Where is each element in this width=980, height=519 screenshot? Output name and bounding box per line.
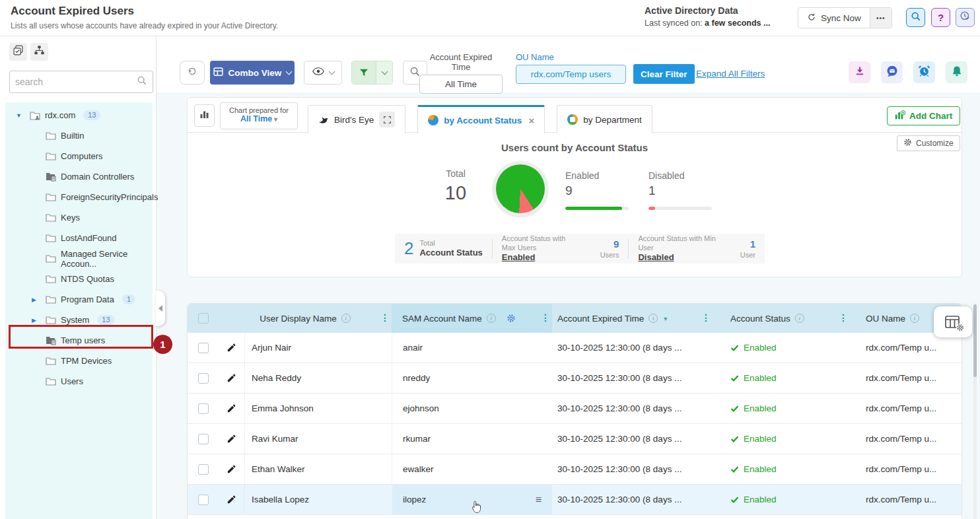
filter-dropdown-chevron[interactable] [376,61,392,84]
row-checkbox[interactable] [198,343,209,353]
header-select-cell [188,304,219,333]
row-checkbox[interactable] [198,373,209,384]
edit-icon[interactable] [227,495,236,504]
scheduled-tasks-button[interactable] [956,8,975,27]
chart-tab-icon [428,115,438,125]
tree-item[interactable]: ▶ System 13 [5,310,153,330]
edit-icon[interactable] [227,464,236,474]
column-label: Account Status [730,314,790,324]
tree-item[interactable]: TPM Devices [5,351,153,371]
table-scrollbar[interactable] [973,303,977,519]
scrollbar-thumb[interactable] [973,304,977,377]
folder-icon [46,336,57,345]
column-header[interactable]: SAM Account Name [392,304,552,333]
table-row[interactable]: Ethan Walker ewalker 30-10-2025 12:30:00… [188,454,962,485]
user-display-name-cell: Ethan Walker [245,454,392,484]
column-header[interactable]: Account Status [713,304,850,333]
tree-item[interactable]: Users [5,371,153,392]
more-options-button[interactable] [870,8,892,28]
combo-view-dropdown[interactable]: Combo View [210,61,295,85]
page-title: Account Expired Users [11,5,134,18]
sync-now-button[interactable]: Sync Now [798,8,870,28]
tree-item[interactable]: Keys [5,207,153,228]
feedback-chat-button[interactable] [881,61,903,83]
tree-item-label: Temp users [61,335,105,345]
column-menu-icon[interactable] [839,312,848,323]
tree-expand-arrow[interactable]: ▶ [32,317,42,324]
tree-item[interactable]: Builtin [5,125,153,146]
alerts-button[interactable] [913,61,935,83]
edit-icon[interactable] [227,373,236,383]
tree-expand-arrow[interactable]: ▶ [32,296,42,303]
row-edit-cell [219,454,245,484]
question-icon: ? [938,12,944,23]
global-search-button[interactable] [906,8,925,27]
sort-chevron-icon[interactable] [664,315,667,322]
table-header: User Display Name SAM Account Name [188,304,962,333]
select-all-checkbox[interactable] [198,313,209,324]
filter-icon[interactable] [352,61,376,84]
column-menu-icon[interactable] [701,312,711,323]
tree-item[interactable]: Managed Service Accoun... [5,248,153,269]
column-header[interactable]: User Display Name [219,304,392,333]
edit-icon[interactable] [227,403,236,413]
annotation-step-badge: 1 [153,335,172,354]
tree-item[interactable]: Domain Controllers [5,166,153,187]
row-checkbox[interactable] [198,403,209,414]
add-chart-button[interactable]: Add Chart [887,106,960,125]
row-checkbox[interactable] [198,495,209,505]
expand-icon[interactable] [379,112,395,127]
row-checkbox[interactable] [198,464,209,475]
export-download-button[interactable] [849,61,870,83]
pie-chart[interactable] [496,164,545,213]
row-select-cell [188,394,219,423]
row-checkbox[interactable] [198,434,209,444]
reset-view-button[interactable] [180,61,205,85]
tree-item[interactable]: LostAndFound [5,228,153,248]
tree-item[interactable]: NTDS Quotas [5,269,153,289]
table-row[interactable]: Isabella Lopez ilopez 30-10-2025 12:30:0… [188,485,962,515]
legend-bar-fill [648,207,655,210]
tree-item[interactable]: ▼ rdx.com 13 [5,105,153,125]
tree-item[interactable]: Computers [5,146,153,166]
clear-filter-button[interactable]: Clear Filter [633,64,695,84]
edit-icon[interactable] [227,343,236,353]
chart-tab[interactable]: by Account Status [417,105,545,133]
tree-expand-arrow[interactable]: ▼ [16,112,26,119]
min-status-link[interactable]: Disabled [638,252,720,263]
customize-button[interactable]: Customize [897,135,960,151]
column-menu-icon[interactable] [380,312,390,323]
time-filter-field[interactable]: All Time [419,75,503,94]
column-settings-button[interactable] [934,306,972,337]
column-menu-icon[interactable] [541,312,550,323]
help-button[interactable]: ? [931,8,950,27]
ou-filter-field[interactable]: rdx.com/Temp users [516,65,626,84]
table-row[interactable]: Emma Johnson ejohnson 30-10-2025 12:30:0… [188,394,962,424]
chart-tab[interactable]: by Department [557,105,652,133]
table-row[interactable]: Neha Reddy nreddy 30-10-2025 12:30:00 (8… [188,363,962,394]
notifications-button[interactable] [946,61,967,83]
visibility-dropdown[interactable] [304,61,342,85]
close-icon[interactable] [528,115,534,126]
table-row[interactable]: Ravi Kumar rkumar 30-10-2025 12:30:00 (8… [188,424,962,454]
sidebar-search-input[interactable] [15,77,137,87]
column-header[interactable]: Account Expired Time [552,304,713,333]
filter-split-button[interactable] [351,61,393,85]
edit-icon[interactable] [227,434,236,444]
max-status-link[interactable]: Enabled [502,252,580,263]
drag-handle-icon[interactable] [536,494,542,506]
tree-view-tool-button[interactable] [30,43,48,61]
tree-item[interactable]: Temp users [5,330,153,351]
multi-select-tool-button[interactable] [9,43,27,61]
chart-type-button[interactable] [194,104,215,127]
column-gear-icon[interactable] [507,314,516,323]
legend-stat-block[interactable]: Disabled 1 [648,170,712,210]
expand-all-filters-link[interactable]: Expand All Filters [696,69,765,79]
chart-prepared-for-dropdown[interactable]: Chart prepared for All Time [220,102,298,129]
table-row[interactable]: Arjun Nair anair 30-10-2025 12:30:00 (8 … [188,333,962,363]
tree-item[interactable]: ▶ Program Data 1 [5,289,153,310]
chart-tab[interactable]: Bird's Eye [308,105,405,133]
sidebar-collapse-handle[interactable] [156,291,165,326]
legend-stat-block[interactable]: Enabled 9 [565,170,629,210]
tree-item[interactable]: ForeignSecurityPrincipals [5,187,153,207]
